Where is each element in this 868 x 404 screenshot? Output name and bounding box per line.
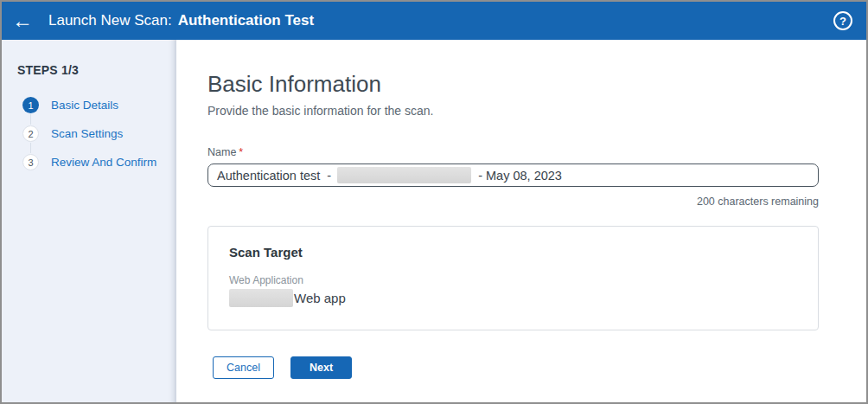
cancel-button[interactable]: Cancel <box>213 356 274 379</box>
header-scan-name: Authentication Test <box>178 12 314 29</box>
step-3-label[interactable]: Review And Confirm <box>51 156 156 169</box>
step-2-circle: 2 <box>22 125 39 142</box>
steps-list: 1 Basic Details 2 Scan Settings 3 Review… <box>17 97 176 170</box>
required-marker: * <box>239 146 243 158</box>
scan-target-card: Scan Target Web Application Web app <box>207 226 819 330</box>
web-application-label: Web Application <box>229 274 797 286</box>
help-icon[interactable]: ? <box>833 11 852 30</box>
main-content: Basic Information Provide the basic info… <box>176 40 866 402</box>
web-application-value: Web app <box>229 289 797 307</box>
web-app-value-suffix: Web app <box>294 291 346 305</box>
form-actions: Cancel Next <box>213 356 819 379</box>
page-title: Basic Information <box>207 71 866 98</box>
name-value-suffix: - May 08, 2023 <box>478 169 562 183</box>
characters-remaining-text: 200 characters remaining <box>207 196 819 208</box>
step-1-label[interactable]: Basic Details <box>51 99 118 112</box>
back-arrow-icon[interactable]: ← <box>12 10 33 31</box>
redacted-text-block <box>229 289 293 307</box>
steps-heading: STEPS 1/3 <box>17 63 176 77</box>
step-3-circle: 3 <box>22 154 39 170</box>
redacted-text-block <box>337 167 471 183</box>
basic-info-form: Name* Authentication test - - May 08, 20… <box>207 146 819 379</box>
step-1-circle: 1 <box>22 97 39 113</box>
sidebar-item-scan-settings[interactable]: 2 Scan Settings <box>22 125 176 142</box>
scan-target-title: Scan Target <box>229 245 797 260</box>
header-bar: ← Launch New Scan: Authentication Test ? <box>2 2 866 40</box>
next-button[interactable]: Next <box>290 356 352 379</box>
sidebar-item-basic-details[interactable]: 1 Basic Details <box>22 97 176 113</box>
body-row: STEPS 1/3 1 Basic Details 2 Scan Setting… <box>2 40 866 402</box>
sidebar-item-review-and-confirm[interactable]: 3 Review And Confirm <box>22 154 176 170</box>
name-field-label: Name <box>207 146 236 158</box>
launch-new-scan-window: ← Launch New Scan: Authentication Test ?… <box>0 0 868 404</box>
name-value-prefix: Authentication test - <box>217 169 331 183</box>
page-header-title: Launch New Scan: Authentication Test <box>48 12 314 29</box>
name-field-label-row: Name* <box>207 146 819 158</box>
header-title-prefix: Launch New Scan: <box>48 12 172 29</box>
step-2-label[interactable]: Scan Settings <box>51 127 123 140</box>
page-subtitle: Provide the basic information for the sc… <box>207 104 866 118</box>
name-input[interactable]: Authentication test - - May 08, 2023 <box>207 164 819 187</box>
steps-sidebar: STEPS 1/3 1 Basic Details 2 Scan Setting… <box>2 40 176 402</box>
